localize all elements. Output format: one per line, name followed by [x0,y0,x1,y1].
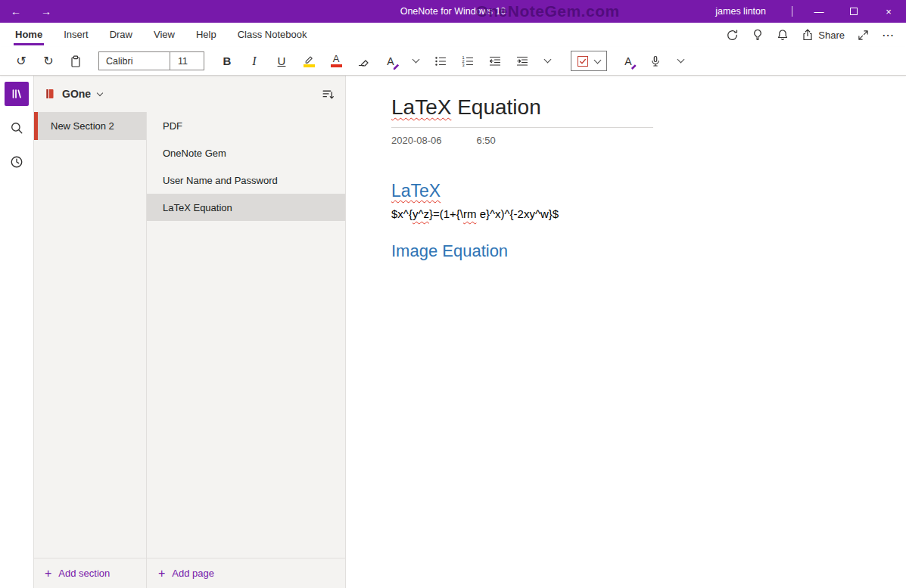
page-item[interactable]: LaTeX Equation [147,194,345,221]
bell-icon [777,29,789,41]
font-color-letter: A [333,54,340,64]
heading-image-equation: Image Equation [391,241,906,261]
undo-button[interactable]: ↺ [8,50,35,73]
font-color-swatch [331,64,342,67]
notebooks-nav-button[interactable] [5,82,29,106]
small-eraser-icon [393,62,400,69]
tab-home[interactable]: Home [5,23,53,47]
plus-icon: + [45,567,51,580]
close-button[interactable]: × [871,0,906,23]
minimize-button[interactable]: — [802,0,836,23]
todo-tag-checkbox-icon [578,56,588,67]
notifications-button[interactable] [777,29,789,41]
page-item[interactable]: OneNote Gem [147,139,345,166]
microphone-icon [649,55,662,67]
chevron-down-icon [543,56,551,64]
sync-pen-icon [726,29,739,42]
page-date[interactable]: 2020-08-06 [391,135,442,146]
titlebar-right: james linton — × [715,0,906,23]
clipboard-icon [70,55,82,67]
tab-help[interactable]: Help [185,23,227,47]
redo-button[interactable]: ↻ [35,50,62,73]
equation-misspelled: rm [463,207,477,220]
font-color-button[interactable]: A [322,50,350,73]
page-canvas[interactable]: LaTeX Equation 2020-08-06 6:50 LaTeX $x^… [346,76,906,588]
bold-button[interactable]: B [213,50,241,73]
page-title-word: LaTeX [391,95,451,119]
recent-nav-button[interactable] [5,150,29,174]
titlebar-nav: ← → [0,5,51,17]
italic-button[interactable]: I [241,50,268,73]
equation-part: }=(1+{\ [429,207,463,220]
font-name-select[interactable]: Calibri [99,52,170,70]
format-painter-button[interactable] [350,50,377,73]
page-item[interactable]: User Name and Password [147,166,345,194]
panels-footer: + Add section + Add page [34,558,345,588]
indent-icon [516,55,528,67]
editor-button[interactable]: A [615,50,642,73]
highlight-button[interactable] [295,50,322,73]
equation-part: e}^x)^{-2xy^w}$ [476,207,559,220]
paste-button[interactable] [62,50,89,73]
add-section-button[interactable]: + Add section [34,558,147,588]
sort-icon [322,88,335,101]
highlight-color-swatch [304,64,315,67]
forward-button[interactable]: → [41,5,51,17]
tell-me-button[interactable] [752,29,764,41]
sort-button[interactable] [322,88,335,101]
bullets-button[interactable] [427,50,454,73]
home-toolbar: ↺ ↻ Calibri 11 B I U A [0,47,906,76]
outdent-button[interactable] [481,50,509,73]
chevron-down-icon [677,56,684,64]
underline-button[interactable]: U [268,50,295,73]
lightbulb-icon [752,29,764,41]
search-icon [10,121,23,135]
clear-formatting-button[interactable]: A [377,50,404,73]
maximize-button[interactable] [836,0,871,23]
page-item[interactable]: PDF [147,112,345,139]
watermark: OneNoteGem.com [475,0,619,23]
tab-insert[interactable]: Insert [53,23,99,47]
svg-text:3: 3 [462,63,465,67]
tab-view[interactable]: View [143,23,185,47]
tab-class-notebook[interactable]: Class Notebook [227,23,318,47]
outdent-icon [489,55,501,67]
dictate-button[interactable] [642,50,669,73]
add-page-label: Add page [172,568,214,579]
sync-pen-button[interactable] [726,29,739,42]
toolbar-more-button[interactable] [669,50,692,73]
share-label: Share [818,30,845,41]
chevron-down-icon [412,56,419,64]
tab-draw[interactable]: Draw [99,23,143,47]
search-nav-button[interactable] [5,116,29,140]
expand-icon [858,30,869,41]
notebook-header: GOne [34,76,345,112]
equation-misspelled: y^z [413,207,429,220]
fullscreen-button[interactable] [858,30,869,41]
paragraph-more-button[interactable] [536,50,559,73]
highlighter-icon [304,55,314,64]
user-name: james linton [715,6,766,17]
share-button[interactable]: Share [802,29,845,41]
more-options-button[interactable]: ⋯ [882,28,894,42]
add-section-label: Add section [58,568,110,579]
panels-body: New Section 2 PDF OneNote Gem User Name … [34,112,345,558]
numbering-button[interactable]: 1 2 3 [454,50,481,73]
equation-part: $x^{ [391,207,413,220]
page-time[interactable]: 6:50 [477,135,496,146]
notebook-name[interactable]: GOne [62,88,91,100]
plus-icon: + [158,567,165,580]
font-size-select[interactable]: 11 [170,52,204,70]
ribbon-right-icons: Share ⋯ [726,28,906,42]
back-button[interactable]: ← [11,5,21,17]
page-title[interactable]: LaTeX Equation [391,95,906,120]
section-item[interactable]: New Section 2 [34,112,146,140]
tag-dropdown[interactable] [571,51,607,71]
ribbon-tabs: Home Insert Draw View Help Class Noteboo… [0,23,906,47]
indent-button[interactable] [509,50,536,73]
page-body[interactable]: LaTeX $x^{y^z}=(1+{\rm e}^x)^{-2xy^w}$ I… [391,181,906,261]
add-page-button[interactable]: + Add page [147,558,214,588]
font-more-button[interactable] [404,50,427,73]
navigation-panels: GOne New Section 2 PDF OneNote [34,76,346,588]
title-divider [391,127,653,128]
